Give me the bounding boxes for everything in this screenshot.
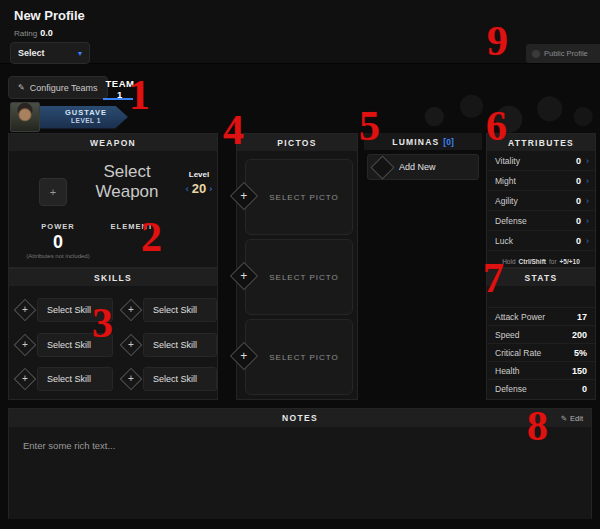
- attribute-increase-button[interactable]: ›: [586, 176, 589, 186]
- rating-label: Rating: [14, 29, 37, 38]
- power-note: (Attributes not included): [15, 253, 101, 259]
- stat-value: 17: [577, 312, 587, 322]
- weapon-level-control: Level ‹ 20 ›: [181, 170, 217, 196]
- public-profile-toggle[interactable]: Public Profile: [526, 44, 600, 63]
- hint-keys: Ctrl/Shift: [519, 258, 546, 265]
- picto-slot-3[interactable]: + SELECT PICTO: [245, 319, 353, 395]
- page-title: New Profile: [14, 8, 85, 23]
- skill-slot-label: Select Skill: [143, 367, 217, 391]
- power-value: 0: [15, 231, 101, 253]
- luminas-panel-header: LUMINAS [0]: [364, 133, 482, 150]
- annotation-2: 2: [141, 217, 162, 257]
- plus-diamond-icon: +: [230, 342, 258, 370]
- skill-slot-5[interactable]: + Select Skill: [13, 367, 113, 391]
- top-header-bar: [0, 0, 600, 64]
- plus-diamond-icon: +: [230, 182, 258, 210]
- annotation-3: 3: [92, 303, 113, 343]
- attribute-label: Agility: [495, 196, 576, 206]
- stat-row-speed: Speed 200: [487, 325, 595, 343]
- attribute-increase-button[interactable]: ›: [586, 236, 589, 246]
- stat-value: 200: [572, 330, 587, 340]
- hint-text: Hold: [502, 258, 515, 265]
- stat-value: 150: [572, 366, 587, 376]
- plus-diamond-icon: +: [120, 299, 143, 322]
- attribute-value: 0: [576, 196, 581, 206]
- picto-slot-1[interactable]: + SELECT PICTO: [245, 159, 353, 235]
- picto-slot-label: SELECT PICTO: [259, 353, 339, 362]
- public-profile-label: Public Profile: [544, 49, 588, 58]
- add-lumina-button[interactable]: Add New: [367, 154, 479, 180]
- annotation-5: 5: [359, 106, 380, 146]
- attribute-value: 0: [576, 156, 581, 166]
- notes-panel: NOTES ✎ Edit Enter some rich text...: [8, 408, 592, 519]
- character-banner: GUSTAVE LEVEL 1: [36, 106, 128, 129]
- profile-builder-page: New Profile Rating0.0 Select ▾ Public Pr…: [0, 0, 600, 529]
- notes-edit-button[interactable]: ✎ Edit: [561, 409, 583, 427]
- configure-teams-button[interactable]: ✎ Configure Teams: [8, 76, 108, 99]
- stat-row-attack-power: Attack Power 17: [487, 307, 595, 325]
- stat-value: 0: [582, 384, 587, 394]
- pencil-icon: ✎: [18, 83, 25, 92]
- notes-richtext-area[interactable]: Enter some rich text...: [9, 427, 591, 519]
- weapon-panel-header: WEAPON: [9, 134, 217, 151]
- skill-slot-label: Select Skill: [143, 333, 217, 357]
- add-lumina-label: Add New: [399, 162, 436, 172]
- annotation-6: 6: [486, 106, 507, 146]
- annotation-4: 4: [223, 110, 244, 150]
- luminas-panel: LUMINAS [0] Add New: [364, 133, 482, 400]
- select-weapon-button[interactable]: Select Weapon: [75, 162, 179, 202]
- skill-slot-2[interactable]: + Select Skill: [119, 298, 217, 322]
- skill-slot-6[interactable]: + Select Skill: [119, 367, 217, 391]
- pictos-panel: PICTOS + SELECT PICTO + SELECT PICTO + S…: [236, 133, 358, 400]
- picto-slot-2[interactable]: + SELECT PICTO: [245, 239, 353, 315]
- attribute-value: 0: [576, 216, 581, 226]
- rating-line: Rating0.0: [14, 28, 53, 38]
- attribute-label: Defense: [495, 216, 576, 226]
- annotation-1: 1: [129, 75, 150, 115]
- skill-slot-label: Select Skill: [143, 298, 217, 322]
- add-weapon-button[interactable]: +: [39, 178, 67, 206]
- power-label: POWER: [15, 222, 101, 231]
- skills-panel: SKILLS + Select Skill + Select Skill + S…: [8, 268, 218, 400]
- weapon-level-label: Level: [181, 170, 217, 179]
- skill-slot-4[interactable]: + Select Skill: [119, 333, 217, 357]
- annotation-9: 9: [487, 21, 508, 61]
- plus-diamond-icon: +: [120, 368, 143, 391]
- picto-slot-label: SELECT PICTO: [259, 273, 339, 282]
- chevron-down-icon: ▾: [78, 49, 82, 58]
- notes-placeholder: Enter some rich text...: [23, 440, 577, 451]
- hint-values: +5/+10: [560, 258, 580, 265]
- level-decrease-button[interactable]: ‹: [186, 184, 189, 194]
- stat-row-defense: Defense 0: [487, 379, 595, 397]
- attribute-value: 0: [576, 236, 581, 246]
- empty-diamond-icon: [370, 155, 394, 179]
- luminas-header-label: LUMINAS: [392, 137, 439, 147]
- attribute-increase-button[interactable]: ›: [586, 196, 589, 206]
- character-badge[interactable]: GUSTAVE LEVEL 1: [10, 102, 128, 132]
- stat-label: Speed: [495, 330, 572, 340]
- skill-slot-label: Select Skill: [37, 367, 113, 391]
- profile-select-value: Select: [18, 48, 45, 58]
- toggle-circle-icon: [532, 50, 540, 58]
- configure-teams-label: Configure Teams: [30, 83, 98, 93]
- notes-edit-label: Edit: [570, 414, 583, 423]
- profile-select-dropdown[interactable]: Select ▾: [10, 42, 90, 64]
- attribute-label: Might: [495, 176, 576, 186]
- character-level: LEVEL 1: [71, 117, 101, 125]
- attribute-row-vitality: Vitality 0 ›: [487, 151, 595, 171]
- attribute-increase-button[interactable]: ›: [586, 156, 589, 166]
- attributes-panel: ATTRIBUTES Vitality 0 › Might 0 › Agilit…: [486, 133, 596, 268]
- stat-value: 5%: [574, 348, 587, 358]
- level-increase-button[interactable]: ›: [209, 184, 212, 194]
- plus-diamond-icon: +: [14, 368, 37, 391]
- attribute-increase-button[interactable]: ›: [586, 216, 589, 226]
- plus-diamond-icon: +: [120, 334, 143, 357]
- pictos-panel-header: PICTOS: [237, 134, 357, 151]
- plus-diamond-icon: +: [14, 334, 37, 357]
- notes-header-label: NOTES: [282, 413, 318, 423]
- annotation-8: 8: [527, 406, 548, 446]
- stat-row-critical-rate: Critical Rate 5%: [487, 343, 595, 361]
- attribute-row-might: Might 0 ›: [487, 171, 595, 191]
- attribute-row-luck: Luck 0 ›: [487, 231, 595, 251]
- character-name: GUSTAVE: [65, 109, 107, 117]
